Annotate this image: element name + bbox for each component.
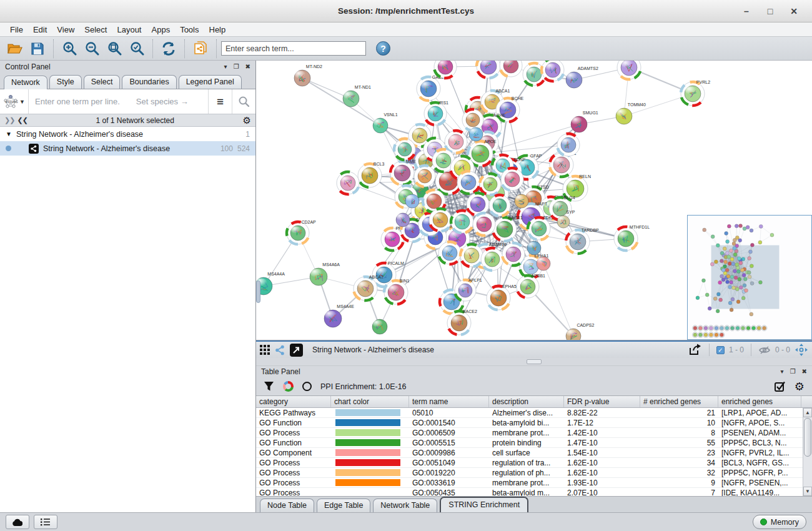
menu-select[interactable]: Select xyxy=(79,24,112,36)
column-header-description[interactable]: description xyxy=(489,396,564,407)
splitter-grip[interactable] xyxy=(527,359,542,364)
protein-node[interactable] xyxy=(515,194,528,208)
menu-apps[interactable]: Apps xyxy=(147,24,176,36)
protein-node[interactable] xyxy=(557,134,580,156)
protein-node[interactable] xyxy=(414,166,435,187)
gear-icon[interactable]: ⚙ xyxy=(243,116,251,125)
protein-node[interactable] xyxy=(489,195,510,216)
column-header-chart-color[interactable]: chart color xyxy=(331,396,409,407)
protein-node[interactable] xyxy=(501,168,523,191)
column-header-fdr-p-value[interactable]: FDR p-value xyxy=(564,396,640,407)
protein-node[interactable] xyxy=(434,61,457,78)
protein-node[interactable] xyxy=(617,61,641,79)
protein-node-pvrl2[interactable]: PVRL2 xyxy=(681,80,710,106)
network-canvas[interactable]: MT-ND2MT-ND1VSNL1GAB2ADAMTS2PVRL2TOMM40S… xyxy=(256,61,812,340)
protein-node-epha5[interactable]: EPHA5 xyxy=(487,284,517,310)
tree-expander-icon[interactable]: ▼ xyxy=(6,131,12,137)
protein-node[interactable] xyxy=(372,319,387,334)
tab-node-table[interactable]: Node Table xyxy=(260,499,314,512)
panel-float-icon[interactable]: ❐ xyxy=(790,369,796,375)
protein-node-aplp1[interactable]: APLP1 xyxy=(455,278,482,301)
protein-node[interactable] xyxy=(396,213,410,227)
settings-gear-icon[interactable]: ⚙ xyxy=(795,381,805,392)
menu-file[interactable]: File xyxy=(5,24,28,36)
open-in-window-icon[interactable] xyxy=(290,344,303,357)
protein-node[interactable] xyxy=(537,257,550,270)
expand-all-icon[interactable]: ❮❮ xyxy=(17,119,27,122)
protein-node[interactable] xyxy=(542,61,564,81)
column-header--enriched-genes[interactable]: # enriched genes xyxy=(640,396,718,407)
protein-node-mt-nd2[interactable]: MT-ND2 xyxy=(294,64,322,86)
protein-node[interactable] xyxy=(477,61,500,78)
menu-edit[interactable]: Edit xyxy=(28,24,52,36)
refresh-network-button[interactable] xyxy=(157,38,180,59)
menu-tools[interactable]: Tools xyxy=(175,24,204,36)
network-row[interactable]: String Network - Alzheimer's disease 100… xyxy=(0,141,255,156)
protein-node-cd2ap[interactable]: CD2AP xyxy=(287,220,316,244)
protein-node[interactable] xyxy=(481,248,503,270)
scrollbar-thumb[interactable] xyxy=(804,418,811,457)
protein-node[interactable] xyxy=(451,211,473,233)
set-species-link[interactable]: Set species → xyxy=(136,97,189,106)
zoom-selected-button[interactable] xyxy=(126,38,148,59)
panel-close-icon[interactable]: ✖ xyxy=(802,369,807,375)
protein-node-apbb1[interactable]: APBB1 xyxy=(517,274,545,298)
menu-help[interactable]: Help xyxy=(204,24,231,36)
menu-view[interactable]: View xyxy=(52,24,79,36)
table-row[interactable]: GO FunctionGO:0001540beta-amyloid bi...1… xyxy=(256,418,812,428)
network-collection-row[interactable]: ▼ String Network - Alzheimer's disease 1 xyxy=(0,127,255,141)
selected-checkbox-icon[interactable]: ✓ xyxy=(716,346,725,354)
tab-boundaries[interactable]: Boundaries xyxy=(122,75,176,89)
memory-button[interactable]: Memory xyxy=(753,515,806,529)
table-row[interactable]: GO ProcessGO:0006509membrane prot...1.42… xyxy=(256,428,812,438)
tab-edge-table[interactable]: Edge Table xyxy=(317,499,370,512)
protein-node[interactable] xyxy=(438,242,461,264)
protein-node[interactable] xyxy=(457,171,480,194)
protein-node[interactable] xyxy=(460,244,483,267)
panel-menu-icon[interactable]: ▾ xyxy=(224,64,227,70)
table-row[interactable]: GO ProcessGO:0051049regulation of tra...… xyxy=(256,458,812,468)
scroll-up-arrow[interactable]: ▲ xyxy=(803,408,812,417)
panel-splitter[interactable] xyxy=(256,358,812,366)
table-row[interactable]: GO FunctionGO:0005515protein binding1.47… xyxy=(256,438,812,448)
protein-node[interactable] xyxy=(429,209,452,231)
table-row[interactable]: GO ProcessGO:0033619membrane prot...1.93… xyxy=(256,478,812,488)
maximize-button[interactable]: □ xyxy=(758,6,782,16)
protein-node[interactable] xyxy=(480,174,501,195)
protein-node-abca7[interactable]: ABCA7 xyxy=(354,275,384,300)
pan-compass-icon[interactable] xyxy=(795,343,808,357)
save-session-button[interactable] xyxy=(26,38,49,59)
minimize-button[interactable]: – xyxy=(735,6,758,16)
string-query-placeholder[interactable]: Enter one term per line. xyxy=(35,97,120,106)
collapse-all-icon[interactable]: ❯❯ xyxy=(4,119,14,122)
tab-string-enrichment[interactable]: STRING Enrichment xyxy=(440,497,528,512)
protein-node[interactable] xyxy=(462,109,483,131)
protein-node-irs1[interactable]: IRS1 xyxy=(424,101,448,125)
protein-node[interactable] xyxy=(445,131,467,153)
help-button[interactable]: ? xyxy=(376,41,390,56)
zoom-out-button[interactable] xyxy=(81,38,103,59)
hidden-eye-icon[interactable] xyxy=(758,345,771,355)
menu-layout[interactable]: Layout xyxy=(112,24,146,36)
column-header-category[interactable]: category xyxy=(256,396,331,407)
column-header-enriched-genes[interactable]: enriched genes xyxy=(718,396,801,407)
task-history-button[interactable] xyxy=(34,515,57,529)
protein-node[interactable] xyxy=(527,241,541,255)
protein-node[interactable] xyxy=(394,139,415,160)
panel-float-icon[interactable]: ❐ xyxy=(234,64,239,70)
filter-icon[interactable] xyxy=(264,381,274,392)
grid-view-icon[interactable] xyxy=(260,345,270,355)
table-row[interactable]: KEGG Pathways05010Alzheimer's dise...8.8… xyxy=(256,408,812,418)
protein-node[interactable] xyxy=(337,172,359,194)
protein-node-ms4a6a[interactable]: MS4A6A xyxy=(310,262,340,285)
import-network-button[interactable] xyxy=(189,38,212,59)
protein-node-bcl3[interactable]: BCL3 xyxy=(358,162,384,187)
string-search-button[interactable] xyxy=(232,89,255,114)
string-options-button[interactable]: ≡ xyxy=(208,89,232,114)
protein-node[interactable] xyxy=(469,127,483,141)
protein-node-mt-nd1[interactable]: MT-ND1 xyxy=(343,85,371,107)
table-row[interactable]: GO ProcessGO:0019220regulation of ph...1… xyxy=(256,468,812,478)
protein-node[interactable] xyxy=(405,194,419,208)
protein-node-gab2[interactable]: GAB2 xyxy=(417,75,444,101)
protein-node-adamts2[interactable]: ADAMTS2 xyxy=(566,66,598,88)
